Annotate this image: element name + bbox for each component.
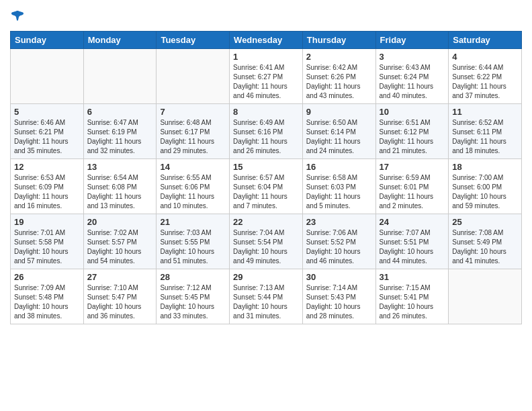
day-info: Sunrise: 6:48 AM Sunset: 6:17 PM Dayligh… (160, 118, 226, 156)
logo-line1 (10, 9, 25, 26)
calendar-cell: 1Sunrise: 6:41 AM Sunset: 6:27 PM Daylig… (230, 49, 303, 104)
day-info: Sunrise: 6:57 AM Sunset: 6:04 PM Dayligh… (233, 173, 299, 211)
day-info: Sunrise: 7:12 AM Sunset: 5:45 PM Dayligh… (160, 283, 226, 321)
day-number: 23 (306, 217, 372, 227)
calendar-cell: 26Sunrise: 7:09 AM Sunset: 5:48 PM Dayli… (11, 269, 84, 324)
calendar-cell (11, 49, 84, 104)
day-info: Sunrise: 7:09 AM Sunset: 5:48 PM Dayligh… (14, 283, 80, 321)
calendar-cell: 10Sunrise: 6:51 AM Sunset: 6:12 PM Dayli… (375, 104, 449, 159)
calendar-cell: 14Sunrise: 6:55 AM Sunset: 6:06 PM Dayli… (157, 159, 230, 214)
calendar-cell: 27Sunrise: 7:10 AM Sunset: 5:47 PM Dayli… (83, 269, 157, 324)
day-number: 19 (14, 217, 80, 227)
day-info: Sunrise: 7:10 AM Sunset: 5:47 PM Dayligh… (87, 283, 153, 321)
day-number: 6 (87, 107, 153, 117)
day-info: Sunrise: 6:50 AM Sunset: 6:14 PM Dayligh… (306, 118, 372, 156)
day-number: 24 (380, 217, 445, 227)
calendar-week-row: 1Sunrise: 6:41 AM Sunset: 6:27 PM Daylig… (11, 49, 522, 104)
day-info: Sunrise: 6:41 AM Sunset: 6:27 PM Dayligh… (233, 63, 299, 101)
day-info: Sunrise: 6:47 AM Sunset: 6:19 PM Dayligh… (87, 118, 153, 156)
day-info: Sunrise: 7:06 AM Sunset: 5:52 PM Dayligh… (306, 228, 372, 266)
calendar-cell: 13Sunrise: 6:54 AM Sunset: 6:08 PM Dayli… (83, 159, 157, 214)
calendar-week-row: 26Sunrise: 7:09 AM Sunset: 5:48 PM Dayli… (11, 269, 522, 324)
weekday-header-wednesday: Wednesday (230, 32, 303, 49)
calendar-cell (449, 269, 522, 324)
day-info: Sunrise: 6:55 AM Sunset: 6:06 PM Dayligh… (160, 173, 226, 211)
weekday-header-friday: Friday (375, 32, 449, 49)
calendar-week-row: 12Sunrise: 6:53 AM Sunset: 6:09 PM Dayli… (11, 159, 522, 214)
day-number: 20 (87, 217, 153, 227)
calendar-cell: 9Sunrise: 6:50 AM Sunset: 6:14 PM Daylig… (302, 104, 375, 159)
day-number: 1 (233, 52, 299, 62)
calendar-cell: 5Sunrise: 6:46 AM Sunset: 6:21 PM Daylig… (11, 104, 84, 159)
logo (10, 9, 25, 26)
calendar-cell: 31Sunrise: 7:15 AM Sunset: 5:41 PM Dayli… (375, 269, 449, 324)
day-number: 26 (14, 272, 80, 282)
day-number: 2 (306, 52, 372, 62)
calendar-cell: 7Sunrise: 6:48 AM Sunset: 6:17 PM Daylig… (157, 104, 230, 159)
day-info: Sunrise: 6:59 AM Sunset: 6:01 PM Dayligh… (380, 173, 445, 211)
day-number: 25 (452, 217, 518, 227)
day-number: 4 (452, 52, 518, 62)
calendar-cell: 23Sunrise: 7:06 AM Sunset: 5:52 PM Dayli… (302, 214, 375, 269)
day-number: 27 (87, 272, 153, 282)
day-number: 31 (380, 272, 445, 282)
day-info: Sunrise: 6:46 AM Sunset: 6:21 PM Dayligh… (14, 118, 80, 156)
day-number: 14 (160, 162, 226, 172)
calendar-cell: 4Sunrise: 6:44 AM Sunset: 6:22 PM Daylig… (449, 49, 522, 104)
calendar-cell: 17Sunrise: 6:59 AM Sunset: 6:01 PM Dayli… (375, 159, 449, 214)
day-info: Sunrise: 6:49 AM Sunset: 6:16 PM Dayligh… (233, 118, 299, 156)
day-info: Sunrise: 6:54 AM Sunset: 6:08 PM Dayligh… (87, 173, 153, 211)
day-info: Sunrise: 6:44 AM Sunset: 6:22 PM Dayligh… (452, 63, 518, 101)
day-number: 11 (452, 107, 518, 117)
day-number: 9 (306, 107, 372, 117)
day-info: Sunrise: 7:13 AM Sunset: 5:44 PM Dayligh… (233, 283, 299, 321)
calendar-cell: 30Sunrise: 7:14 AM Sunset: 5:43 PM Dayli… (302, 269, 375, 324)
logo-bird-icon (11, 9, 25, 23)
day-number: 8 (233, 107, 299, 117)
calendar-cell: 19Sunrise: 7:01 AM Sunset: 5:58 PM Dayli… (11, 214, 84, 269)
day-info: Sunrise: 6:53 AM Sunset: 6:09 PM Dayligh… (14, 173, 80, 211)
day-number: 30 (306, 272, 372, 282)
calendar-cell: 3Sunrise: 6:43 AM Sunset: 6:24 PM Daylig… (375, 49, 449, 104)
calendar-cell: 16Sunrise: 6:58 AM Sunset: 6:03 PM Dayli… (302, 159, 375, 214)
day-number: 28 (160, 272, 226, 282)
calendar-cell: 15Sunrise: 6:57 AM Sunset: 6:04 PM Dayli… (230, 159, 303, 214)
calendar-cell (157, 49, 230, 104)
day-number: 13 (87, 162, 153, 172)
calendar-header-row: SundayMondayTuesdayWednesdayThursdayFrid… (11, 32, 522, 49)
calendar-cell: 24Sunrise: 7:07 AM Sunset: 5:51 PM Dayli… (375, 214, 449, 269)
calendar-cell: 2Sunrise: 6:42 AM Sunset: 6:26 PM Daylig… (302, 49, 375, 104)
day-info: Sunrise: 6:42 AM Sunset: 6:26 PM Dayligh… (306, 63, 372, 101)
calendar-cell: 29Sunrise: 7:13 AM Sunset: 5:44 PM Dayli… (230, 269, 303, 324)
day-info: Sunrise: 7:02 AM Sunset: 5:57 PM Dayligh… (87, 228, 153, 266)
day-number: 15 (233, 162, 299, 172)
calendar-cell: 21Sunrise: 7:03 AM Sunset: 5:55 PM Dayli… (157, 214, 230, 269)
day-number: 22 (233, 217, 299, 227)
weekday-header-thursday: Thursday (302, 32, 375, 49)
day-info: Sunrise: 7:03 AM Sunset: 5:55 PM Dayligh… (160, 228, 226, 266)
weekday-header-saturday: Saturday (449, 32, 522, 49)
calendar-cell: 20Sunrise: 7:02 AM Sunset: 5:57 PM Dayli… (83, 214, 157, 269)
calendar-cell: 28Sunrise: 7:12 AM Sunset: 5:45 PM Dayli… (157, 269, 230, 324)
weekday-header-tuesday: Tuesday (157, 32, 230, 49)
day-info: Sunrise: 7:14 AM Sunset: 5:43 PM Dayligh… (306, 283, 372, 321)
calendar-week-row: 5Sunrise: 6:46 AM Sunset: 6:21 PM Daylig… (11, 104, 522, 159)
day-number: 21 (160, 217, 226, 227)
calendar-cell: 8Sunrise: 6:49 AM Sunset: 6:16 PM Daylig… (230, 104, 303, 159)
day-info: Sunrise: 6:51 AM Sunset: 6:12 PM Dayligh… (380, 118, 445, 156)
day-number: 5 (14, 107, 80, 117)
day-number: 17 (380, 162, 445, 172)
day-info: Sunrise: 7:04 AM Sunset: 5:54 PM Dayligh… (233, 228, 299, 266)
calendar-cell: 25Sunrise: 7:08 AM Sunset: 5:49 PM Dayli… (449, 214, 522, 269)
day-number: 7 (160, 107, 226, 117)
weekday-header-sunday: Sunday (11, 32, 84, 49)
calendar-cell (83, 49, 157, 104)
calendar-cell: 11Sunrise: 6:52 AM Sunset: 6:11 PM Dayli… (449, 104, 522, 159)
day-info: Sunrise: 7:07 AM Sunset: 5:51 PM Dayligh… (380, 228, 445, 266)
day-info: Sunrise: 6:58 AM Sunset: 6:03 PM Dayligh… (306, 173, 372, 211)
calendar-table: SundayMondayTuesdayWednesdayThursdayFrid… (10, 31, 522, 324)
day-number: 3 (380, 52, 445, 62)
day-info: Sunrise: 7:08 AM Sunset: 5:49 PM Dayligh… (452, 228, 518, 266)
calendar-cell: 18Sunrise: 7:00 AM Sunset: 6:00 PM Dayli… (449, 159, 522, 214)
day-info: Sunrise: 7:15 AM Sunset: 5:41 PM Dayligh… (380, 283, 445, 321)
